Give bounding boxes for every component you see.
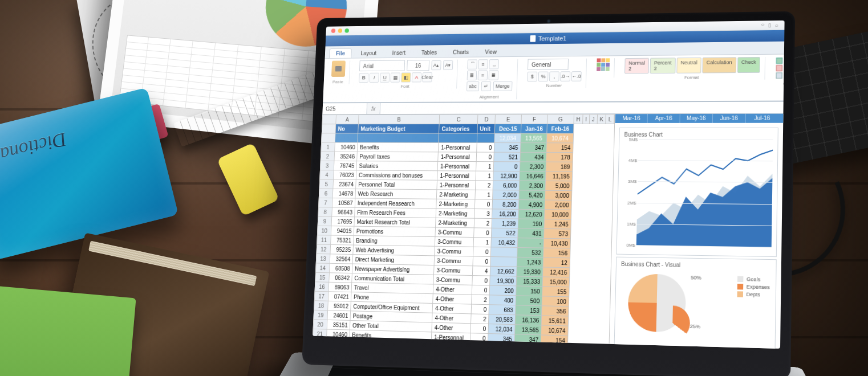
col-header[interactable]: G bbox=[547, 115, 574, 124]
wifi-icon[interactable]: ⌔ bbox=[759, 22, 766, 28]
italic-button[interactable]: I bbox=[370, 73, 379, 83]
number-format-select[interactable]: General bbox=[528, 59, 569, 70]
sheet-tab-2[interactable]: Sheet 2 bbox=[366, 344, 405, 349]
align-top-icon[interactable]: ⎴ bbox=[467, 59, 477, 69]
styles-label: Format bbox=[620, 75, 765, 81]
styles-group: Normal 2 Percent 2 Neutral Calculation C… bbox=[620, 57, 765, 80]
y-tick-label: 1M$ bbox=[620, 221, 636, 226]
table-row[interactable]: 1 10460 Benefits 1-Personnal 0 345 347 1… bbox=[321, 142, 614, 153]
legend-item: Depts bbox=[737, 291, 769, 297]
close-window-icon[interactable] bbox=[331, 28, 336, 33]
underline-button[interactable]: U bbox=[380, 73, 390, 83]
spreadsheet-app: ⌔ ▯ ⌕ Template1 FileLayoutInsertTablesCh… bbox=[313, 21, 785, 349]
month-header: Mar-16 bbox=[615, 114, 647, 123]
svg-rect-2 bbox=[776, 73, 782, 79]
ribbon: FileLayoutInsertTablesChartsView Paste A… bbox=[323, 42, 784, 104]
font-size-select[interactable]: 16 bbox=[407, 60, 429, 71]
fx-icon[interactable]: fx bbox=[367, 105, 380, 112]
donut-chart bbox=[627, 273, 686, 333]
abc-orientation[interactable]: abc bbox=[467, 81, 479, 91]
style-normal[interactable]: Normal 2 bbox=[624, 58, 649, 74]
spreadsheet-grid[interactable]: ABCDEFGHIJKL No Marketing Budget Categor… bbox=[313, 114, 614, 349]
document-icon bbox=[530, 35, 536, 42]
name-box[interactable]: G25 bbox=[322, 103, 367, 114]
formula-input[interactable] bbox=[379, 102, 783, 114]
col-header[interactable]: E bbox=[495, 115, 521, 124]
col-header[interactable]: B bbox=[359, 115, 440, 124]
chart-pane: Mar-16Apr-16May-16Jun-16Jul-16 Business … bbox=[609, 114, 783, 349]
callout-25: 25% bbox=[690, 324, 701, 330]
col-header[interactable]: I bbox=[583, 115, 590, 124]
font-family-select[interactable]: Arial bbox=[359, 60, 405, 72]
svg-rect-0 bbox=[776, 58, 782, 64]
align-bottom-icon[interactable]: ⎵ bbox=[489, 59, 499, 69]
comma-icon[interactable]: , bbox=[549, 71, 559, 81]
laptop: ⌔ ▯ ⌕ Template1 FileLayoutInsertTablesCh… bbox=[302, 11, 795, 376]
pie-chart-box[interactable]: Business Chart - Visual 50% 25% GoalsExp… bbox=[614, 257, 777, 349]
ribbon-tab-tables[interactable]: Tables bbox=[414, 47, 444, 58]
window-controls[interactable] bbox=[330, 28, 349, 33]
delete-cells[interactable]: Delete bbox=[776, 64, 784, 71]
col-header[interactable]: F bbox=[521, 115, 547, 124]
increase-decimal-icon[interactable]: .0→ bbox=[560, 71, 570, 81]
paste-label: Paste bbox=[327, 79, 349, 84]
align-left-icon[interactable]: ≣ bbox=[467, 71, 477, 80]
ribbon-tab-view[interactable]: View bbox=[478, 47, 504, 57]
minimize-window-icon[interactable] bbox=[338, 28, 343, 33]
cells-label: Cells bbox=[771, 81, 785, 86]
decrease-font-icon[interactable]: A▾ bbox=[443, 60, 453, 70]
col-header[interactable]: H bbox=[574, 115, 583, 124]
ribbon-tab-layout[interactable]: Layout bbox=[354, 48, 383, 58]
currency-icon[interactable]: $ bbox=[527, 72, 537, 82]
align-center-icon[interactable]: ≡ bbox=[478, 70, 488, 80]
style-check[interactable]: Check bbox=[737, 57, 760, 73]
y-tick-label: 2M$ bbox=[620, 200, 636, 205]
add-sheet-button[interactable]: + bbox=[404, 345, 417, 349]
wrap-text-icon[interactable]: ↵ bbox=[481, 81, 491, 91]
clear-button[interactable]: Clear bbox=[422, 72, 432, 82]
yellow-eraser bbox=[217, 142, 279, 216]
font-color-icon[interactable]: A bbox=[412, 72, 421, 82]
insert-cells[interactable]: Insert bbox=[776, 57, 784, 64]
table-row[interactable]: 23 76745 Salaries 1-Personnal 1 0 2,300 … bbox=[313, 348, 608, 349]
col-header[interactable]: A bbox=[336, 115, 359, 124]
align-right-icon[interactable]: ≣ bbox=[489, 70, 499, 80]
col-header[interactable] bbox=[322, 115, 336, 124]
ribbon-tab-file[interactable]: File bbox=[329, 48, 352, 58]
fill-color-icon[interactable]: ◧ bbox=[401, 72, 411, 82]
style-percent[interactable]: Percent 2 bbox=[650, 58, 676, 73]
alignment-group: ⎴ ≡ ⎵ ≣ ≡ ≣ abc ↵ Merge bbox=[462, 59, 518, 100]
style-calculation[interactable]: Calculation bbox=[702, 57, 736, 73]
search-icon[interactable]: ⌕ bbox=[773, 22, 780, 28]
col-header[interactable]: J bbox=[589, 115, 597, 124]
col-header[interactable]: L bbox=[606, 115, 614, 124]
battery-icon[interactable]: ▯ bbox=[766, 22, 773, 28]
bold-button[interactable]: B bbox=[359, 73, 368, 83]
col-header[interactable]: K bbox=[597, 115, 606, 124]
month-header: Apr-16 bbox=[647, 114, 680, 123]
ribbon-tab-insert[interactable]: Insert bbox=[385, 48, 412, 58]
zoom-window-icon[interactable] bbox=[344, 28, 349, 33]
percent-icon[interactable]: % bbox=[538, 72, 549, 82]
style-neutral[interactable]: Neutral bbox=[676, 58, 701, 73]
paste-icon[interactable] bbox=[331, 60, 346, 76]
y-tick-label: 3M$ bbox=[620, 179, 636, 184]
increase-font-icon[interactable]: A▴ bbox=[431, 60, 441, 70]
decrease-decimal-icon[interactable]: ←.0 bbox=[571, 71, 582, 81]
green-notebook bbox=[0, 283, 136, 376]
col-header[interactable]: C bbox=[440, 115, 478, 124]
pie-legend: GoalsExpensesDepts bbox=[737, 275, 770, 300]
align-middle-icon[interactable]: ≡ bbox=[478, 59, 488, 69]
sheet-tab-1[interactable]: Sheet 1 bbox=[328, 343, 367, 349]
col-header[interactable]: D bbox=[477, 115, 495, 124]
border-icon[interactable]: ▦ bbox=[391, 72, 400, 82]
area-chart bbox=[636, 140, 773, 247]
format-cells[interactable]: Format bbox=[776, 72, 785, 79]
legend-item: Expenses bbox=[737, 284, 769, 290]
ribbon-tab-charts[interactable]: Charts bbox=[446, 47, 476, 57]
conditional-format-icon[interactable] bbox=[597, 58, 610, 71]
business-chart-box[interactable]: Business Chart 0M$1M$2M$3M$4M$5M$ bbox=[616, 128, 778, 257]
merge-button[interactable]: Merge bbox=[493, 81, 512, 91]
svg-rect-1 bbox=[776, 66, 782, 71]
cond-format-group bbox=[592, 58, 615, 77]
